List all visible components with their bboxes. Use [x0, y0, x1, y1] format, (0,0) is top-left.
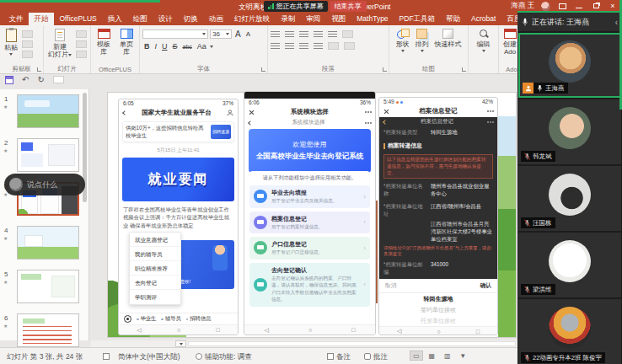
- thumbnail-slide-4[interactable]: [17, 226, 79, 260]
- minimize-button[interactable]: [574, 2, 584, 10]
- format-painter-button[interactable]: [22, 51, 33, 58]
- participant-tile-lianghongwei[interactable]: 梁洪维: [518, 233, 621, 297]
- grow-font-button[interactable]: A: [233, 29, 243, 39]
- tab-file[interactable]: 文件: [3, 13, 29, 25]
- spellcheck-indicator[interactable]: [103, 352, 112, 361]
- clipboard-group-label: 剪贴板: [0, 65, 43, 73]
- tab-officeplus[interactable]: OfficePLUS: [54, 13, 102, 25]
- align-right-button[interactable]: [299, 43, 308, 50]
- participant-tile-chenjunyu[interactable]: 22动画专升本2班 陈俊宇: [518, 299, 621, 364]
- columns-button[interactable]: [328, 42, 339, 50]
- tab-slideshow[interactable]: 幻灯片放映: [228, 13, 276, 25]
- tab-record[interactable]: 录制: [276, 13, 301, 25]
- participant-tile-hanlongbin[interactable]: 韩龙斌: [518, 99, 621, 164]
- thumbnail-slide-1[interactable]: [17, 94, 79, 128]
- tab-design[interactable]: 设计: [153, 13, 178, 25]
- copy-button[interactable]: [22, 40, 33, 48]
- page-library-button[interactable]: 单页库: [116, 28, 137, 64]
- slide-thumbnail-4: 4 ★: [0, 226, 88, 265]
- tab-transitions[interactable]: 切换: [178, 13, 203, 25]
- justify-button[interactable]: [314, 43, 323, 50]
- align-center-button[interactable]: [285, 43, 294, 50]
- quick-styles-button[interactable]: 快速样式: [433, 28, 464, 64]
- collapse-ribbon-button[interactable]: [175, 340, 186, 347]
- italic-button[interactable]: I: [153, 42, 159, 51]
- numbering-button[interactable]: [285, 31, 294, 38]
- arrange-button[interactable]: 排列: [414, 28, 431, 64]
- participant-tile-wanghaiyan[interactable]: 王海燕: [518, 33, 621, 98]
- phone-screenshot-module-select[interactable]: 6:06 36% 系统模块选择 系统模块选择 欢迎您使用 全国高校毕业生毕业去向…: [244, 91, 376, 335]
- stop-share-button[interactable]: 结束共享: [330, 1, 367, 12]
- thumbnail-slide-6[interactable]: [17, 313, 79, 347]
- tab-help[interactable]: 帮助: [441, 13, 466, 25]
- account-name[interactable]: 海燕 王: [511, 1, 534, 11]
- save-button[interactable]: [5, 76, 13, 84]
- font-size-combobox[interactable]: 36: [210, 29, 232, 39]
- account-avatar[interactable]: [541, 2, 550, 11]
- android-recent-icon: □: [351, 327, 355, 333]
- change-case-button[interactable]: Aa: [196, 42, 208, 51]
- tab-insert[interactable]: 插入: [102, 13, 127, 25]
- editing-button[interactable]: 编辑: [475, 28, 492, 64]
- close-button[interactable]: ×: [608, 2, 618, 10]
- thumbnail-slide-2[interactable]: [17, 138, 79, 172]
- notes-toggle[interactable]: 备注: [327, 352, 351, 362]
- slides-group-label: 幻灯片: [44, 65, 90, 73]
- language-indicator[interactable]: 简体中文(中国大陆): [118, 352, 180, 362]
- tab-acrobat[interactable]: Acrobat: [466, 13, 501, 25]
- reading-view-button[interactable]: ▥: [441, 351, 454, 361]
- strikethrough-button[interactable]: S: [171, 42, 180, 51]
- thumbnail-slide-5[interactable]: [17, 270, 79, 303]
- slide-canvas[interactable]: 6:05 37% 国家大学生就业服务平台 供岗10万+，这些招聘信息转给高校毕业…: [108, 93, 516, 337]
- participant-avatar: [549, 174, 591, 216]
- paste-button[interactable]: 粘贴: [3, 28, 19, 64]
- collapse-sidebar-button[interactable]: ‹: [615, 18, 618, 27]
- participant-tile-wangguodong[interactable]: 汪国栋: [518, 166, 621, 231]
- tab-dot-icon: [186, 318, 189, 321]
- redo-button[interactable]: ↻: [37, 75, 44, 84]
- tab-mathtype[interactable]: MathType: [351, 13, 394, 25]
- bullets-button[interactable]: [271, 31, 280, 38]
- ribbon-display-options-button[interactable]: [557, 2, 567, 10]
- slide-sorter-view-button[interactable]: ▦: [425, 351, 438, 361]
- danmaku-input-toast[interactable]: 说点什么: [4, 174, 85, 195]
- phone-screenshot-employment-app[interactable]: 6:05 37% 国家大学生就业服务平台 供岗10万+，这些招聘信息转给高校毕业…: [118, 99, 239, 335]
- slideshow-view-button[interactable]: ▼: [456, 351, 469, 361]
- tab-view[interactable]: 视图: [326, 13, 351, 25]
- increase-indent-button[interactable]: [314, 31, 323, 38]
- arrange-label: 排列: [416, 40, 429, 48]
- font-name-combobox[interactable]: [142, 29, 208, 39]
- underline-button[interactable]: U: [160, 42, 169, 51]
- create-adobe-pdf-button[interactable]: 创建Ado: [501, 28, 518, 64]
- shapes-button[interactable]: 形状: [394, 28, 411, 64]
- tab-review[interactable]: 审阅: [301, 13, 326, 25]
- tab-animations[interactable]: 动画: [203, 13, 228, 25]
- reset-button[interactable]: [76, 40, 87, 48]
- clear-formatting-button[interactable]: abc: [181, 44, 194, 50]
- participant-label: 汪国栋: [521, 217, 555, 228]
- new-slide-button[interactable]: 新建幻灯片: [46, 28, 73, 64]
- participant-name: 22动画专升本2班 陈俊宇: [533, 354, 602, 362]
- align-left-button[interactable]: [271, 43, 280, 50]
- restore-button[interactable]: [591, 2, 601, 10]
- cut-button[interactable]: [22, 30, 33, 38]
- template-library-button[interactable]: 模板库: [94, 28, 114, 64]
- normal-view-button[interactable]: ▭: [410, 351, 423, 361]
- tab-draw[interactable]: 绘图: [127, 13, 153, 25]
- section-button[interactable]: [76, 51, 87, 58]
- accessibility-indicator[interactable]: 辅助功能: 调查: [196, 352, 252, 362]
- bold-button[interactable]: B: [142, 42, 152, 51]
- tab-home[interactable]: 开始: [29, 13, 54, 25]
- line-spacing-button[interactable]: [328, 31, 337, 38]
- phone-screenshot-archive-register[interactable]: 5:49 42% 档案信息登记 档案信息登记 *档案转递类型 转回生源地 档案转…: [378, 97, 498, 335]
- start-slideshow-button[interactable]: [53, 76, 64, 83]
- text-direction-button[interactable]: [342, 30, 353, 38]
- comments-toggle[interactable]: 批注: [364, 352, 388, 362]
- layout-button[interactable]: [76, 30, 87, 38]
- tab-pdf-toolbox[interactable]: PDF工具箱: [394, 13, 441, 25]
- shrink-font-button[interactable]: A: [244, 30, 252, 38]
- smartart-button[interactable]: [344, 42, 355, 50]
- undo-button[interactable]: ↶: [22, 75, 29, 84]
- decrease-indent-button[interactable]: [299, 31, 308, 38]
- horizontal-scrollbar[interactable]: [188, 341, 516, 346]
